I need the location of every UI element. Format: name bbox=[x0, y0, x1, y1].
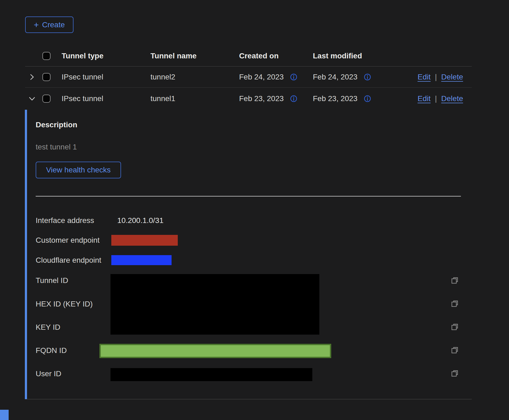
created-on-cell: Feb 23, 2023 bbox=[239, 94, 284, 103]
user-id-redacted-value bbox=[110, 368, 312, 381]
copy-icon[interactable] bbox=[450, 369, 459, 378]
field-label-cloudflare-endpoint: Cloudflare endpoint bbox=[36, 256, 101, 265]
expand-row-button[interactable] bbox=[27, 73, 36, 81]
create-button-label: Create bbox=[42, 21, 65, 29]
cloudflare-endpoint-redacted-value bbox=[111, 255, 172, 265]
delete-link[interactable]: Delete bbox=[441, 73, 463, 81]
fqdn-id-redacted-value bbox=[99, 344, 331, 358]
created-on-cell: Feb 24, 2023 bbox=[239, 73, 284, 81]
chevron-down-icon bbox=[28, 95, 36, 102]
field-label-fqdn-id: FQDN ID bbox=[36, 346, 67, 355]
row-checkbox[interactable] bbox=[42, 95, 51, 103]
collapse-row-button[interactable] bbox=[27, 95, 36, 102]
ids-redacted-value bbox=[110, 274, 319, 335]
field-label-user-id: User ID bbox=[36, 369, 61, 378]
action-separator: | bbox=[435, 94, 437, 103]
interface-address-value: 10.200.1.0/31 bbox=[117, 216, 163, 225]
row-checkbox[interactable] bbox=[42, 73, 51, 81]
info-icon[interactable] bbox=[290, 73, 298, 81]
table-header-row: Tunnel type Tunnel name Created on Last … bbox=[25, 45, 472, 66]
edit-link[interactable]: Edit bbox=[418, 73, 431, 81]
select-all-checkbox[interactable] bbox=[42, 52, 51, 60]
table-row: IPsec tunnel tunnel1 Feb 23, 2023 Feb 23… bbox=[25, 88, 472, 110]
info-icon[interactable] bbox=[363, 73, 371, 81]
customer-endpoint-redacted-value bbox=[111, 235, 178, 246]
info-icon[interactable] bbox=[363, 95, 371, 103]
description-heading: Description bbox=[36, 121, 77, 129]
header-tunnel-name: Tunnel name bbox=[150, 52, 197, 60]
header-last-modified: Last modified bbox=[313, 52, 362, 60]
header-tunnel-type: Tunnel type bbox=[62, 52, 103, 60]
info-icon[interactable] bbox=[290, 95, 298, 103]
copy-icon[interactable] bbox=[450, 346, 459, 355]
table-row: IPsec tunnel tunnel2 Feb 24, 2023 Feb 24… bbox=[25, 66, 472, 88]
last-modified-cell: Feb 23, 2023 bbox=[313, 94, 357, 103]
chevron-right-icon bbox=[28, 73, 35, 81]
field-label-tunnel-id: Tunnel ID bbox=[36, 276, 68, 285]
edit-link[interactable]: Edit bbox=[418, 94, 431, 103]
create-button[interactable]: + Create bbox=[25, 16, 73, 33]
copy-icon[interactable] bbox=[450, 276, 459, 285]
tunnel-name-cell: tunnel1 bbox=[150, 94, 175, 103]
tunnel-type-cell: IPsec tunnel bbox=[62, 94, 103, 103]
field-label-customer-endpoint: Customer endpoint bbox=[36, 236, 100, 245]
header-created-on: Created on bbox=[239, 52, 279, 60]
page-corner-accent bbox=[0, 410, 9, 420]
tunnel-table: Tunnel type Tunnel name Created on Last … bbox=[25, 45, 472, 110]
view-health-checks-button[interactable]: View health checks bbox=[36, 162, 121, 178]
expanded-row-bottom-border bbox=[27, 399, 472, 399]
expanded-row-accent-bar bbox=[25, 110, 27, 399]
tunnel-name-cell: tunnel2 bbox=[150, 73, 175, 81]
copy-icon[interactable] bbox=[450, 323, 459, 332]
tunnel-type-cell: IPsec tunnel bbox=[62, 73, 103, 81]
field-label-key-id: KEY ID bbox=[36, 323, 60, 332]
field-label-interface-address: Interface address bbox=[36, 216, 94, 225]
description-text: test tunnel 1 bbox=[36, 143, 77, 151]
delete-link[interactable]: Delete bbox=[441, 94, 463, 103]
field-label-hex-id: HEX ID (KEY ID) bbox=[36, 299, 93, 309]
last-modified-cell: Feb 24, 2023 bbox=[313, 73, 357, 81]
copy-icon[interactable] bbox=[450, 299, 459, 309]
plus-icon: + bbox=[34, 21, 39, 29]
action-separator: | bbox=[435, 73, 437, 81]
detail-divider bbox=[36, 196, 461, 196]
